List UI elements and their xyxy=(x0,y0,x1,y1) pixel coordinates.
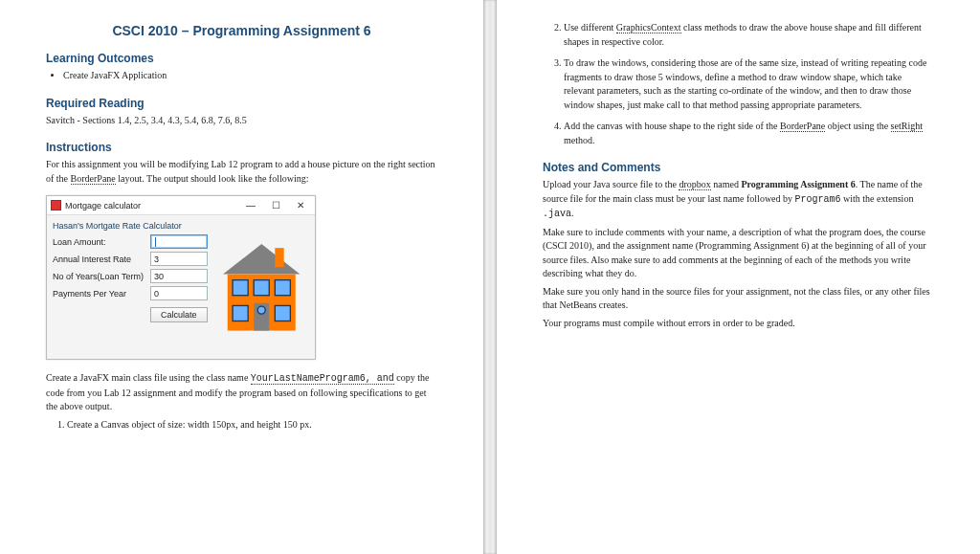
rate-input[interactable]: 3 xyxy=(150,252,208,266)
calculate-button[interactable]: Calculate xyxy=(150,307,208,322)
borderpane-ref-2: BorderPane xyxy=(780,121,825,132)
window-titlebar: Mortgage calculator — ☐ ✕ xyxy=(47,196,315,215)
payments-label: Payments Per Year xyxy=(53,289,150,299)
notes-p4: Your programs must compile without error… xyxy=(543,317,934,331)
borderpane-ref: BorderPane xyxy=(71,173,116,185)
instructions-intro: For this assignment you will be modifyin… xyxy=(46,158,437,186)
form-title: Hasan's Mortgate Rate Calculator xyxy=(53,221,208,231)
steps-list-left: Create a Canvas object of size: width 15… xyxy=(46,418,437,432)
txt: object using the xyxy=(825,121,890,131)
txt: Upload your Java source file to the xyxy=(543,179,679,189)
page-divider xyxy=(483,0,497,554)
window-title: Mortgage calculator xyxy=(65,201,238,211)
mortgage-app-window: Mortgage calculator — ☐ ✕ Hasan's Mortga… xyxy=(46,195,316,360)
outcome-item: Create JavaFX Application xyxy=(63,69,437,83)
step-4: Add the canvas with house shape to the r… xyxy=(564,120,934,147)
svg-rect-3 xyxy=(233,280,248,296)
minimize-button[interactable]: — xyxy=(238,197,263,214)
doc-title: CSCI 2010 – Programming Assignment 6 xyxy=(46,23,437,38)
notes-p2: Make sure to include comments with your … xyxy=(543,226,934,281)
dropbox-ref: dropbox xyxy=(679,179,710,190)
txt: . xyxy=(571,208,574,218)
graphicscontext-ref: GraphicsContext xyxy=(616,22,681,33)
txt: layout. The output should look like the … xyxy=(116,173,309,184)
years-label: No of Years(Loan Term) xyxy=(53,272,150,281)
rate-label: Annual Interest Rate xyxy=(53,255,150,264)
house-drawing xyxy=(213,221,309,353)
loan-label: Loan Amount: xyxy=(53,237,150,247)
years-input[interactable]: 30 xyxy=(150,269,208,283)
txt: Add the canvas with house shape to the r… xyxy=(564,121,780,131)
svg-rect-4 xyxy=(254,280,269,296)
close-button[interactable]: ✕ xyxy=(288,197,313,214)
app-icon xyxy=(51,200,61,211)
svg-rect-1 xyxy=(275,248,283,267)
txt: method. xyxy=(564,135,595,145)
svg-point-9 xyxy=(257,306,265,314)
svg-rect-7 xyxy=(275,305,290,321)
text-cursor-icon xyxy=(155,237,156,247)
classname-ref: YourLastNameProgram6, and xyxy=(251,373,394,385)
java-ext-ref: .java xyxy=(543,209,571,219)
mortgage-form: Hasan's Mortgate Rate Calculator Loan Am… xyxy=(53,221,208,353)
maximize-button[interactable]: ☐ xyxy=(263,197,288,214)
setright-ref: setRight xyxy=(891,121,923,132)
step-1: Create a Canvas object of size: width 15… xyxy=(67,418,437,432)
step-3: To draw the windows, considering those a… xyxy=(564,56,934,112)
page-right: Use different GraphicsContext class meth… xyxy=(497,0,980,554)
svg-rect-5 xyxy=(275,280,290,296)
txt: Use different xyxy=(564,22,616,33)
steps-list-right: Use different GraphicsContext class meth… xyxy=(543,21,934,147)
notes-p3: Make sure you only hand in the source fi… xyxy=(543,285,934,313)
payments-input[interactable]: 0 xyxy=(150,286,208,300)
svg-marker-0 xyxy=(223,244,300,274)
section-outcomes: Learning Outcomes xyxy=(46,52,437,65)
section-reading: Required Reading xyxy=(46,97,437,110)
reading-text: Savitch - Sections 1.4, 2.5, 3.4, 4.3, 5… xyxy=(46,114,437,128)
page-left: CSCI 2010 – Programming Assignment 6 Lea… xyxy=(0,0,483,554)
program6-ref: Program6 xyxy=(795,194,841,205)
outcomes-list: Create JavaFX Application xyxy=(46,69,437,83)
txt: with the extension xyxy=(841,193,914,204)
svg-rect-6 xyxy=(233,305,248,321)
section-notes: Notes and Comments xyxy=(543,161,934,174)
assignment-name-strong: Programming Assignment 6 xyxy=(741,179,855,189)
notes-p1: Upload your Java source file to the drop… xyxy=(543,178,934,222)
txt: named xyxy=(711,179,742,189)
loan-input[interactable] xyxy=(150,234,208,249)
txt: Create a JavaFX main class file using th… xyxy=(46,372,251,383)
below-app-text: Create a JavaFX main class file using th… xyxy=(46,371,437,414)
step-2: Use different GraphicsContext class meth… xyxy=(564,21,934,49)
section-instructions: Instructions xyxy=(46,141,437,154)
